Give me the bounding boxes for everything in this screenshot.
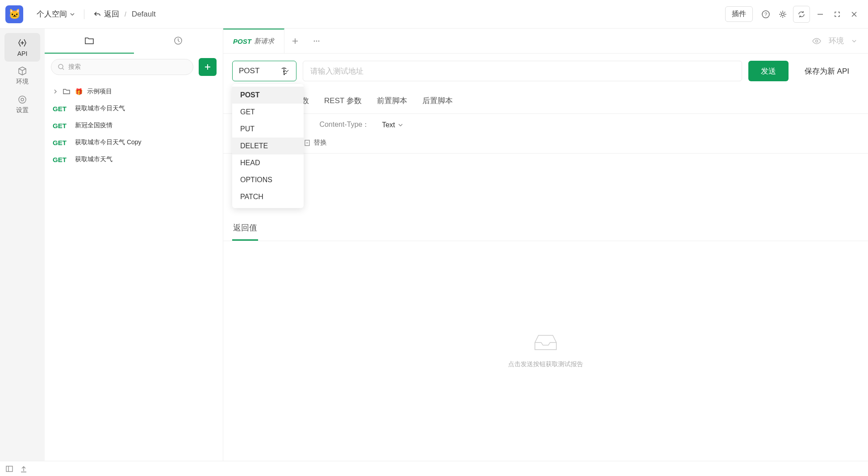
- eye-icon: [812, 36, 822, 46]
- plugin-button[interactable]: 插件: [725, 6, 753, 22]
- bodytype-row: Raw Binary Content-Type： Text: [223, 114, 868, 136]
- svg-point-3: [21, 98, 24, 101]
- tab-request[interactable]: POST 新请求: [223, 29, 284, 53]
- close-icon[interactable]: [846, 6, 863, 23]
- rail-settings-label: 设置: [16, 106, 29, 114]
- send-button[interactable]: 发送: [748, 61, 789, 81]
- undo-icon: [93, 10, 101, 18]
- chevron-down-icon: [70, 12, 75, 17]
- method-dropdown: POST GET PUT DELETE HEAD OPTIONS PATCH: [232, 84, 304, 208]
- breadcrumb-separator: /: [125, 11, 126, 18]
- upload-icon[interactable]: [20, 465, 28, 473]
- response-tabs: 返回值: [223, 212, 868, 241]
- subtab-postscript[interactable]: 后置脚本: [421, 91, 454, 113]
- url-placeholder: 请输入测试地址: [310, 66, 363, 76]
- tree: 🎁 示例项目 GET 获取城市今日天气 GET 新冠全国疫情 GET 获取城市今…: [45, 80, 223, 171]
- content-type-select[interactable]: Text: [382, 121, 403, 129]
- back-label: 返回: [104, 9, 119, 19]
- sidebar-tabs: [45, 29, 223, 54]
- svg-point-10: [816, 40, 818, 42]
- svg-point-7: [314, 40, 315, 42]
- subtab-rest[interactable]: REST 参数: [323, 91, 363, 113]
- editor-area[interactable]: [223, 154, 868, 212]
- rail-env-label: 环境: [16, 78, 29, 86]
- tab-more[interactable]: [306, 29, 327, 53]
- tree-item[interactable]: GET 新冠全国疫情: [46, 117, 221, 134]
- sidebar-tab-folder[interactable]: [45, 29, 134, 54]
- folder-icon: [63, 88, 71, 96]
- method-option-head[interactable]: HEAD: [232, 154, 304, 171]
- add-button[interactable]: [199, 58, 217, 76]
- empty-text: 点击发送按钮获取测试报告: [508, 360, 583, 368]
- help-icon[interactable]: ?: [757, 6, 774, 23]
- gear-icon: [17, 95, 27, 104]
- empty-state: 点击发送按钮获取测试报告: [223, 241, 868, 461]
- content-type-label: Content-Type：: [319, 120, 369, 129]
- subtabs: 请求体 Query 参数 REST 参数 前置脚本 后置脚本: [223, 88, 868, 114]
- env-placeholder: 环境: [829, 36, 844, 46]
- divider: [84, 9, 84, 19]
- replace-icon: [304, 139, 311, 146]
- tree-item[interactable]: GET 获取城市今日天气: [46, 100, 221, 117]
- app-logo: [5, 5, 23, 23]
- tree-item[interactable]: GET 获取城市今日天气 Copy: [46, 134, 221, 151]
- workspace-selector[interactable]: 个人空间: [37, 9, 75, 19]
- svg-point-4: [19, 96, 26, 103]
- rail-settings[interactable]: 设置: [4, 90, 40, 119]
- chevron-down-icon: [284, 68, 290, 74]
- replace-button[interactable]: 替换: [304, 138, 327, 147]
- method-select-value: POST: [239, 67, 259, 75]
- svg-text:?: ?: [764, 12, 767, 17]
- sidebar-tab-history[interactable]: [134, 29, 223, 54]
- content-type-value: Text: [382, 121, 395, 129]
- save-as-button[interactable]: 保存为新 API: [795, 61, 859, 81]
- replace-label: 替换: [313, 138, 327, 147]
- env-selector[interactable]: 环境: [801, 29, 868, 53]
- editor-toolbar: 复制 搜索 替换: [223, 136, 868, 154]
- refresh-icon[interactable]: [793, 6, 810, 23]
- sidebar: 搜索 🎁 示例项目 GET 获取城市今日天气 GET: [45, 29, 223, 461]
- tab-title: 新请求: [254, 37, 274, 46]
- chevron-down-icon: [398, 122, 403, 128]
- rail-api[interactable]: API: [4, 33, 40, 62]
- tree-folder[interactable]: 🎁 示例项目: [46, 83, 221, 100]
- search-input[interactable]: 搜索: [51, 59, 193, 75]
- method-option-patch[interactable]: PATCH: [232, 188, 304, 205]
- rail-api-label: API: [17, 50, 28, 57]
- method-option-put[interactable]: PUT: [232, 121, 304, 138]
- svg-point-9: [318, 40, 320, 42]
- gear-icon[interactable]: [774, 6, 791, 23]
- method-badge: GET: [53, 122, 71, 129]
- method-badge: GET: [53, 156, 71, 163]
- request-row: POST 请输入测试地址 发送 保存为新 API POST GET PUT DE…: [223, 54, 868, 88]
- tab-method: POST: [233, 38, 251, 45]
- maximize-icon[interactable]: [829, 6, 846, 23]
- api-icon: [17, 38, 28, 48]
- method-option-post[interactable]: POST: [232, 87, 304, 104]
- method-badge: GET: [53, 105, 71, 113]
- subtab-prescript[interactable]: 前置脚本: [376, 91, 408, 113]
- rail: API 环境 设置: [0, 29, 45, 461]
- svg-point-2: [781, 13, 784, 16]
- search-placeholder: 搜索: [68, 63, 81, 71]
- titlebar: 个人空间 返回 / Default 插件 ?: [0, 0, 868, 29]
- minimize-icon[interactable]: [812, 6, 829, 23]
- back-button[interactable]: 返回: [93, 9, 119, 19]
- statusbar: [0, 461, 868, 476]
- response-area: 返回值 点击发送按钮获取测试报告: [223, 212, 868, 461]
- svg-point-8: [316, 40, 317, 42]
- chevron-down-icon: [851, 38, 857, 44]
- gift-icon: 🎁: [75, 88, 83, 95]
- url-input[interactable]: 请输入测试地址: [303, 61, 742, 81]
- tree-item[interactable]: GET 获取城市天气: [46, 151, 221, 168]
- response-tab[interactable]: 返回值: [232, 218, 258, 241]
- method-option-delete[interactable]: DELETE: [232, 138, 304, 154]
- cube-icon: [17, 66, 27, 76]
- method-badge: GET: [53, 139, 71, 146]
- panel-left-icon[interactable]: [5, 465, 13, 473]
- method-option-get[interactable]: GET: [232, 104, 304, 121]
- tab-add[interactable]: [284, 29, 306, 53]
- method-option-options[interactable]: OPTIONS: [232, 171, 304, 188]
- rail-env[interactable]: 环境: [4, 62, 40, 90]
- method-select[interactable]: POST: [232, 61, 296, 81]
